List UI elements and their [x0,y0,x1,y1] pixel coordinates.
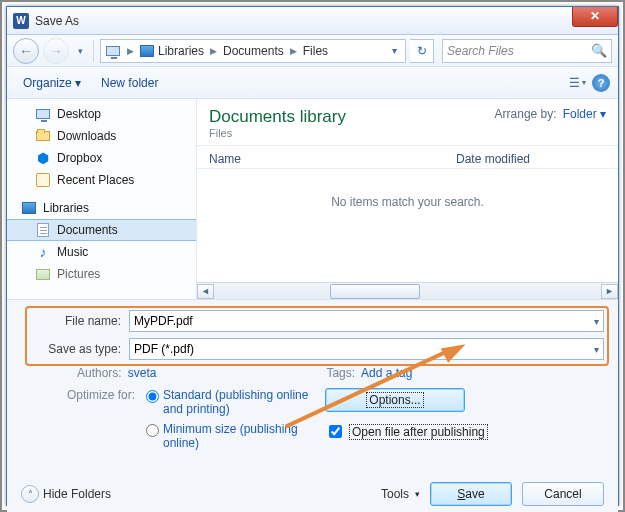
open-after-checkbox[interactable] [329,425,342,438]
search-icon: 🔍 [591,43,607,58]
address-bar[interactable]: ▶ Libraries ▶ Documents ▶ Files ▾ [100,39,406,63]
recent-icon [35,172,51,188]
hide-folders-button[interactable]: ˄ Hide Folders [21,485,111,503]
chevron-down-icon[interactable]: ▾ [594,316,599,327]
new-folder-button[interactable]: New folder [93,72,166,94]
column-headers[interactable]: Name Date modified [197,146,618,169]
history-dropdown[interactable]: ▾ [73,38,87,64]
col-date[interactable]: Date modified [456,152,606,166]
authors-value[interactable]: sveta [128,366,157,380]
libraries-icon [140,43,156,59]
monitor-icon [105,43,121,59]
opt-minimum-label[interactable]: Minimum size (publishing online) [163,422,313,450]
organize-button[interactable]: Organize ▾ [15,72,89,94]
opt-minimum-radio[interactable] [146,424,159,437]
col-name[interactable]: Name [209,152,456,166]
content-sub: Files [209,127,346,139]
optimize-label: Optimize for: [55,388,141,402]
tree-dropbox[interactable]: ⬢Dropbox [7,147,196,169]
save-as-dialog: W Save As ✕ ← → ▾ ▶ Libraries ▶ Document… [6,6,619,506]
titlebar: W Save As ✕ [7,7,618,35]
word-icon: W [13,13,29,29]
close-button[interactable]: ✕ [572,7,618,27]
authors-label: Authors: [77,366,122,380]
tree-desktop[interactable]: Desktop [7,103,196,125]
toolbar: Organize ▾ New folder ☰▾ ? [7,67,618,99]
breadcrumb-files[interactable]: Files [303,44,328,58]
filename-label: File name: [21,314,129,328]
tree-pictures[interactable]: Pictures [7,263,196,285]
tree-libraries[interactable]: Libraries [7,197,196,219]
save-type-dropdown[interactable]: PDF (*.pdf)▾ [129,338,604,360]
scroll-left-button[interactable]: ◄ [197,284,214,299]
breadcrumb-documents[interactable]: Documents [223,44,284,58]
chevron-up-icon: ˄ [21,485,39,503]
view-button[interactable]: ☰▾ [566,72,588,94]
tree-downloads[interactable]: Downloads [7,125,196,147]
scroll-right-button[interactable]: ► [601,284,618,299]
tree-documents[interactable]: Documents [7,219,196,241]
search-placeholder: Search Files [447,44,591,58]
nav-bar: ← → ▾ ▶ Libraries ▶ Documents ▶ Files ▾ … [7,35,618,67]
help-button[interactable]: ? [592,74,610,92]
tags-value[interactable]: Add a tag [361,366,412,380]
breadcrumb-libraries[interactable]: Libraries [158,44,204,58]
document-icon [35,222,51,238]
folder-tree: Desktop Downloads ⬢Dropbox Recent Places… [7,99,197,299]
pictures-icon [35,266,51,282]
arrange-dropdown[interactable]: Folder ▾ [563,107,606,121]
chevron-down-icon[interactable]: ▾ [594,344,599,355]
search-box[interactable]: Search Files 🔍 [442,39,612,63]
save-type-label: Save as type: [21,342,129,356]
dropbox-icon: ⬢ [35,150,51,166]
folder-icon [35,128,51,144]
window-title: Save As [35,14,79,28]
content-heading: Documents library [209,107,346,127]
tools-dropdown[interactable]: Tools▾ [381,487,420,501]
music-icon: ♪ [35,244,51,260]
cancel-button[interactable]: Cancel [522,482,604,506]
tree-recent-places[interactable]: Recent Places [7,169,196,191]
back-button[interactable]: ← [13,38,39,64]
content-pane: Documents library Files Arrange by: Fold… [197,99,618,299]
tags-label: Tags: [326,366,355,380]
filename-input[interactable]: MyPDF.pdf▾ [129,310,604,332]
refresh-button[interactable]: ↻ [410,39,434,63]
save-button[interactable]: Save [430,482,512,506]
libraries-icon [21,200,37,216]
arrange-label: Arrange by: [495,107,557,121]
opt-standard-label[interactable]: Standard (publishing online and printing… [163,388,313,416]
options-button[interactable]: Options... [325,388,465,412]
open-after-label[interactable]: Open file after publishing [349,424,488,440]
horizontal-scrollbar[interactable]: ◄ ► [197,282,618,299]
tree-music[interactable]: ♪Music [7,241,196,263]
opt-standard-radio[interactable] [146,390,159,403]
forward-button[interactable]: → [43,38,69,64]
empty-message: No items match your search. [197,169,618,282]
desktop-icon [35,106,51,122]
scroll-thumb[interactable] [330,284,420,299]
